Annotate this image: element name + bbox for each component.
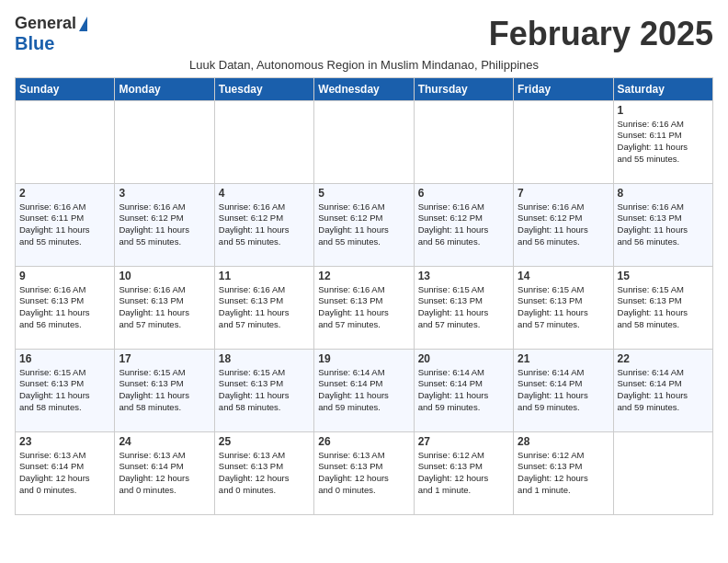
cell-info: Sunrise: 6:13 AM Sunset: 6:13 PM Dayligh…: [219, 450, 310, 497]
day-number: 19: [318, 352, 409, 365]
logo-text: General: [15, 15, 87, 33]
cell-info: Sunrise: 6:12 AM Sunset: 6:13 PM Dayligh…: [418, 450, 509, 497]
header-saturday: Saturday: [613, 77, 712, 100]
calendar-cell: 15Sunrise: 6:15 AM Sunset: 6:13 PM Dayli…: [613, 266, 712, 349]
day-number: 25: [219, 435, 310, 448]
day-number: 16: [19, 352, 110, 365]
calendar-cell: 10Sunrise: 6:16 AM Sunset: 6:13 PM Dayli…: [115, 266, 214, 349]
header-friday: Friday: [514, 77, 613, 100]
calendar-cell: [514, 100, 613, 183]
cell-info: Sunrise: 6:15 AM Sunset: 6:13 PM Dayligh…: [219, 367, 310, 414]
calendar-cell: 25Sunrise: 6:13 AM Sunset: 6:13 PM Dayli…: [214, 431, 313, 514]
cell-info: Sunrise: 6:12 AM Sunset: 6:13 PM Dayligh…: [518, 450, 609, 497]
cell-info: Sunrise: 6:16 AM Sunset: 6:12 PM Dayligh…: [318, 201, 409, 248]
calendar-cell: 6Sunrise: 6:16 AM Sunset: 6:12 PM Daylig…: [414, 183, 513, 266]
calendar-cell: 18Sunrise: 6:15 AM Sunset: 6:13 PM Dayli…: [214, 349, 313, 431]
calendar: SundayMondayTuesdayWednesdayThursdayFrid…: [15, 77, 713, 515]
day-number: 11: [219, 270, 310, 282]
cell-info: Sunrise: 6:14 AM Sunset: 6:14 PM Dayligh…: [518, 367, 609, 414]
calendar-cell: 19Sunrise: 6:14 AM Sunset: 6:14 PM Dayli…: [314, 349, 414, 431]
cell-info: Sunrise: 6:16 AM Sunset: 6:13 PM Dayligh…: [219, 284, 310, 331]
day-number: 26: [318, 435, 409, 448]
calendar-cell: 5Sunrise: 6:16 AM Sunset: 6:12 PM Daylig…: [314, 183, 414, 266]
cell-info: Sunrise: 6:14 AM Sunset: 6:14 PM Dayligh…: [418, 367, 509, 414]
logo-blue-text: Blue: [15, 33, 54, 54]
calendar-cell: 1Sunrise: 6:16 AM Sunset: 6:11 PM Daylig…: [613, 100, 712, 183]
cell-info: Sunrise: 6:16 AM Sunset: 6:11 PM Dayligh…: [19, 201, 110, 248]
day-number: 3: [119, 187, 210, 200]
week-row-2: 2Sunrise: 6:16 AM Sunset: 6:11 PM Daylig…: [16, 183, 713, 266]
day-number: 27: [418, 435, 509, 448]
day-number: 13: [418, 270, 509, 282]
cell-info: Sunrise: 6:16 AM Sunset: 6:12 PM Dayligh…: [219, 201, 310, 248]
calendar-cell: 26Sunrise: 6:13 AM Sunset: 6:13 PM Dayli…: [314, 431, 414, 514]
calendar-cell: [16, 100, 115, 183]
calendar-cell: 23Sunrise: 6:13 AM Sunset: 6:14 PM Dayli…: [16, 431, 115, 514]
day-number: 20: [418, 352, 509, 365]
week-row-1: 1Sunrise: 6:16 AM Sunset: 6:11 PM Daylig…: [16, 100, 713, 183]
cell-info: Sunrise: 6:14 AM Sunset: 6:14 PM Dayligh…: [318, 367, 409, 414]
calendar-cell: 13Sunrise: 6:15 AM Sunset: 6:13 PM Dayli…: [414, 266, 513, 349]
calendar-cell: 27Sunrise: 6:12 AM Sunset: 6:13 PM Dayli…: [414, 431, 513, 514]
cell-info: Sunrise: 6:15 AM Sunset: 6:13 PM Dayligh…: [618, 284, 709, 331]
calendar-cell: 11Sunrise: 6:16 AM Sunset: 6:13 PM Dayli…: [214, 266, 313, 349]
calendar-cell: 3Sunrise: 6:16 AM Sunset: 6:12 PM Daylig…: [115, 183, 214, 266]
day-number: 7: [518, 187, 609, 200]
day-number: 6: [418, 187, 509, 200]
day-number: 1: [618, 104, 709, 117]
calendar-cell: 24Sunrise: 6:13 AM Sunset: 6:14 PM Dayli…: [115, 431, 214, 514]
logo: General Blue: [15, 15, 87, 54]
calendar-cell: 16Sunrise: 6:15 AM Sunset: 6:13 PM Dayli…: [16, 349, 115, 431]
cell-info: Sunrise: 6:13 AM Sunset: 6:13 PM Dayligh…: [318, 450, 409, 497]
day-number: 22: [618, 352, 709, 365]
calendar-cell: [314, 100, 414, 183]
day-number: 12: [318, 270, 409, 282]
calendar-cell: [414, 100, 513, 183]
cell-info: Sunrise: 6:15 AM Sunset: 6:13 PM Dayligh…: [418, 284, 509, 331]
cell-info: Sunrise: 6:15 AM Sunset: 6:13 PM Dayligh…: [19, 367, 110, 414]
cell-info: Sunrise: 6:16 AM Sunset: 6:12 PM Dayligh…: [418, 201, 509, 248]
calendar-cell: 12Sunrise: 6:16 AM Sunset: 6:13 PM Dayli…: [314, 266, 414, 349]
cell-info: Sunrise: 6:16 AM Sunset: 6:13 PM Dayligh…: [318, 284, 409, 331]
header-wednesday: Wednesday: [314, 77, 414, 100]
week-row-4: 16Sunrise: 6:15 AM Sunset: 6:13 PM Dayli…: [16, 349, 713, 431]
calendar-cell: 17Sunrise: 6:15 AM Sunset: 6:13 PM Dayli…: [115, 349, 214, 431]
day-number: 9: [19, 270, 110, 282]
day-number: 14: [518, 270, 609, 282]
calendar-header-row: SundayMondayTuesdayWednesdayThursdayFrid…: [16, 77, 713, 100]
calendar-cell: 8Sunrise: 6:16 AM Sunset: 6:13 PM Daylig…: [613, 183, 712, 266]
day-number: 5: [318, 187, 409, 200]
cell-info: Sunrise: 6:16 AM Sunset: 6:13 PM Dayligh…: [618, 201, 709, 248]
day-number: 2: [19, 187, 110, 200]
cell-info: Sunrise: 6:16 AM Sunset: 6:13 PM Dayligh…: [119, 284, 210, 331]
cell-info: Sunrise: 6:16 AM Sunset: 6:12 PM Dayligh…: [518, 201, 609, 248]
calendar-cell: 28Sunrise: 6:12 AM Sunset: 6:13 PM Dayli…: [514, 431, 613, 514]
calendar-cell: 4Sunrise: 6:16 AM Sunset: 6:12 PM Daylig…: [214, 183, 313, 266]
cell-info: Sunrise: 6:15 AM Sunset: 6:13 PM Dayligh…: [518, 284, 609, 331]
header-tuesday: Tuesday: [214, 77, 313, 100]
calendar-cell: [613, 431, 712, 514]
calendar-cell: 2Sunrise: 6:16 AM Sunset: 6:11 PM Daylig…: [16, 183, 115, 266]
calendar-cell: 20Sunrise: 6:14 AM Sunset: 6:14 PM Dayli…: [414, 349, 513, 431]
calendar-cell: 14Sunrise: 6:15 AM Sunset: 6:13 PM Dayli…: [514, 266, 613, 349]
day-number: 15: [618, 270, 709, 282]
calendar-cell: [214, 100, 313, 183]
day-number: 4: [219, 187, 310, 200]
calendar-cell: [115, 100, 214, 183]
day-number: 10: [119, 270, 210, 282]
day-number: 23: [19, 435, 110, 448]
cell-info: Sunrise: 6:15 AM Sunset: 6:13 PM Dayligh…: [119, 367, 210, 414]
subtitle: Luuk Datan, Autonomous Region in Muslim …: [15, 58, 713, 72]
month-title: February 2025: [489, 15, 713, 53]
calendar-cell: 9Sunrise: 6:16 AM Sunset: 6:13 PM Daylig…: [16, 266, 115, 349]
cell-info: Sunrise: 6:13 AM Sunset: 6:14 PM Dayligh…: [119, 450, 210, 497]
day-number: 8: [618, 187, 709, 200]
cell-info: Sunrise: 6:16 AM Sunset: 6:13 PM Dayligh…: [19, 284, 110, 331]
day-number: 24: [119, 435, 210, 448]
cell-info: Sunrise: 6:14 AM Sunset: 6:14 PM Dayligh…: [618, 367, 709, 414]
header-monday: Monday: [115, 77, 214, 100]
header-thursday: Thursday: [414, 77, 513, 100]
calendar-cell: 7Sunrise: 6:16 AM Sunset: 6:12 PM Daylig…: [514, 183, 613, 266]
day-number: 17: [119, 352, 210, 365]
week-row-3: 9Sunrise: 6:16 AM Sunset: 6:13 PM Daylig…: [16, 266, 713, 349]
